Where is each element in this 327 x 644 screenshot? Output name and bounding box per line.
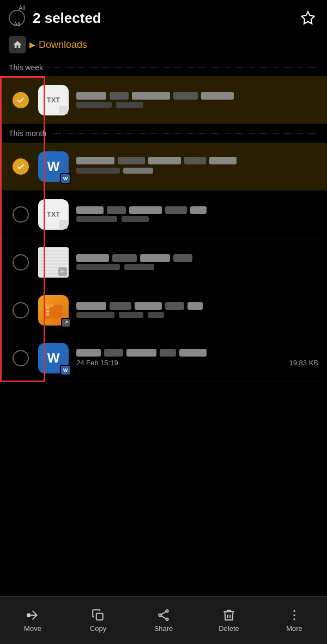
more-icon (287, 608, 301, 622)
svg-point-9 (166, 618, 168, 620)
svg-rect-2 (46, 307, 50, 309)
name-block (209, 157, 237, 164)
meta-block (76, 168, 120, 174)
file-name-row-5 (76, 302, 318, 310)
word-letter: W (47, 159, 60, 174)
name-block (112, 254, 137, 262)
breadcrumb-label[interactable]: Downloads (39, 39, 87, 51)
checkbox-3[interactable] (13, 206, 29, 223)
name-block (126, 349, 156, 357)
name-block (129, 206, 162, 214)
svg-rect-5 (27, 614, 31, 617)
file-meta-row-1 (76, 102, 318, 108)
file-row-5[interactable]: ↗ (0, 286, 327, 334)
checkbox-2[interactable] (13, 158, 29, 175)
checkbox-area-2[interactable] (9, 158, 33, 175)
doc-thumb-icon-4: ✏ (38, 247, 69, 278)
file-info-2 (76, 157, 318, 176)
file-list: This week TXT (0, 59, 327, 437)
file-info-6: 24 Feb 15:19 19.83 KB (76, 349, 318, 367)
meta-block (76, 216, 117, 222)
selected-count: 2 selected (33, 10, 101, 27)
file-name-row-2 (76, 157, 318, 164)
star-icon (301, 11, 314, 23)
name-block (179, 349, 207, 357)
name-block (76, 92, 106, 100)
delete-button[interactable]: Delete (202, 604, 256, 637)
file-row-3[interactable]: TXT (0, 191, 327, 238)
checkbox-6[interactable] (13, 350, 29, 366)
meta-block (76, 264, 120, 270)
checkbox-4[interactable] (13, 254, 29, 271)
name-block (118, 157, 145, 164)
move-icon (26, 608, 40, 622)
more-button[interactable]: More (267, 604, 322, 637)
zip-badge: ↗ (61, 318, 71, 328)
this-month-header: This month ··· (0, 124, 327, 143)
rows-with-selection-outline: TXT This month ··· (0, 76, 327, 382)
svg-line-11 (161, 616, 166, 618)
txt-label: TXT (47, 96, 60, 104)
ellipsis: ··· (53, 128, 60, 138)
copy-button[interactable]: Copy (71, 604, 125, 637)
meta-block (76, 312, 114, 318)
checkbox-area-5[interactable] (9, 302, 33, 318)
copy-icon (91, 608, 105, 622)
share-icon (156, 608, 171, 622)
svg-point-14 (293, 618, 295, 620)
file-name-row-4 (76, 254, 318, 262)
doc-thumb-edit: ✏ (58, 267, 67, 276)
file-row-4[interactable]: ✏ (0, 238, 327, 286)
meta-block (76, 102, 112, 108)
name-block (110, 92, 129, 100)
svg-rect-4 (46, 313, 50, 315)
file-meta-text-6: 24 Feb 15:19 19.83 KB (76, 359, 318, 367)
move-label: Move (24, 624, 41, 633)
checkbox-1[interactable] (13, 92, 29, 108)
file-size-6: 19.83 KB (289, 359, 319, 367)
header-left: All 2 selected (9, 10, 101, 27)
checkbox-area-3[interactable] (9, 206, 33, 223)
checkbox-area-4[interactable] (9, 254, 33, 271)
copy-label: Copy (90, 624, 106, 633)
home-icon[interactable] (9, 36, 26, 53)
check-icon-2 (18, 164, 24, 168)
checkbox-area-1[interactable] (9, 92, 33, 108)
select-all-checkbox[interactable]: All (9, 10, 25, 26)
name-block (165, 206, 187, 214)
home-path (14, 41, 22, 48)
share-button[interactable]: Share (136, 604, 191, 637)
name-block (76, 302, 106, 310)
name-block (173, 254, 192, 262)
delete-label: Delete (219, 624, 239, 633)
name-block (140, 254, 170, 262)
txt-file-icon-1: TXT (38, 85, 69, 115)
checkbox-5[interactable] (13, 302, 29, 318)
this-month-label: This month (9, 129, 46, 138)
more-label: More (286, 624, 302, 633)
file-row-6[interactable]: W W 24 Feb 15:19 19.83 KB (0, 334, 327, 382)
zip-file-icon-5: ↗ (38, 295, 69, 326)
file-row-2[interactable]: W W (0, 143, 327, 191)
move-button[interactable]: Move (5, 604, 60, 637)
share-label: Share (154, 624, 173, 633)
this-week-label: This week (9, 63, 43, 72)
name-block (76, 206, 104, 214)
file-info-3 (76, 206, 318, 222)
breadcrumb-arrow: ▶ (29, 40, 35, 49)
file-name-row-3 (76, 206, 318, 214)
svg-point-12 (293, 610, 295, 612)
txt-corner-3 (59, 220, 68, 229)
word-badge-6: W (60, 365, 71, 376)
checkbox-area-6[interactable] (9, 350, 33, 366)
name-block (76, 349, 101, 357)
name-block (135, 302, 162, 310)
star-button[interactable] (298, 8, 318, 28)
svg-line-10 (161, 612, 166, 615)
file-row[interactable]: TXT (0, 76, 327, 124)
name-block (148, 157, 181, 164)
delete-icon (222, 608, 236, 622)
file-info-5 (76, 302, 318, 318)
name-block (165, 302, 184, 310)
name-block (132, 92, 170, 100)
